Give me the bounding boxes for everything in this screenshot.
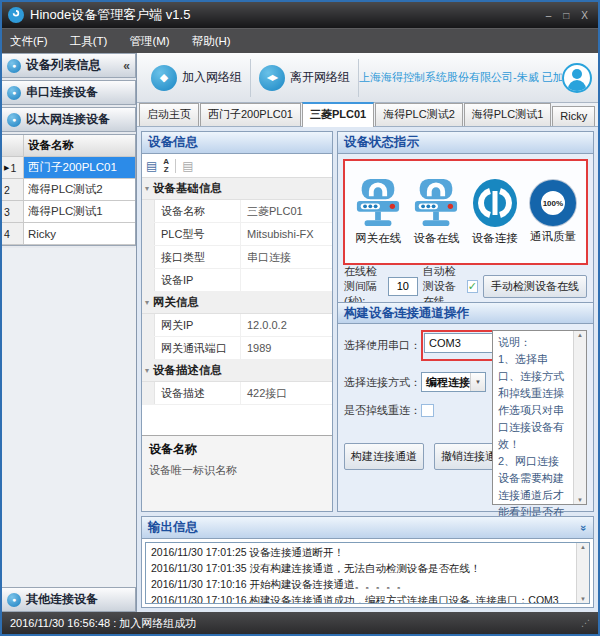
- category-collapse-icon: ▾: [145, 184, 149, 193]
- sidebar-header[interactable]: ● 设备列表信息 «: [2, 53, 136, 78]
- prop-gateway-ip[interactable]: 网关IP12.0.0.2: [142, 314, 332, 337]
- leave-network-group-button[interactable]: ◀▶ 离开网络组: [251, 59, 359, 97]
- ethernet-group-icon: ●: [7, 113, 21, 127]
- device-online-indicator: 设备在线: [407, 178, 465, 246]
- title-bar: Hinode设备管理客户端 v1.5 – □ X: [2, 2, 598, 28]
- log-line: 2016/11/30 17:10:16 开始构建设备连接通道。。。。。: [151, 576, 571, 592]
- comm-quality-donut-icon: 100%: [530, 180, 576, 226]
- prop-interface-type[interactable]: 接口类型串口连接: [142, 246, 332, 269]
- connect-mode-select[interactable]: 编程连接 ▼: [421, 372, 486, 392]
- sidebar-filler: [2, 248, 136, 587]
- prop-device-name[interactable]: 设备名称三菱PLC01: [142, 200, 332, 223]
- tab-hite-test1[interactable]: 海得PLC测试1: [464, 103, 552, 126]
- instruction-note-box: 说明： 1、选择串口、连接方式和掉线重连操作选项只对串口连接设备有效！ 2、网口…: [492, 330, 587, 505]
- connect-mode-label: 选择连接方式：: [344, 375, 421, 390]
- network-status-text: 上海海得控制系统股份有限公司-朱威 已加入网络组: [359, 70, 562, 85]
- tab-ricky[interactable]: Ricky: [552, 106, 595, 126]
- gateway-online-indicator: 网关在线: [349, 178, 407, 246]
- device-connect-icon: [471, 178, 519, 228]
- toolbar-separator: [175, 159, 176, 173]
- window-title: Hinode设备管理客户端 v1.5: [30, 6, 546, 24]
- prop-plc-model[interactable]: PLC型号Mitsubishi-FX: [142, 223, 332, 246]
- status-indicator-box: 网关在线: [343, 159, 588, 265]
- build-channel-button[interactable]: 构建连接通道: [344, 443, 424, 470]
- device-online-icon: [413, 178, 459, 228]
- status-bar: 2016/11/30 16:56:48 : 加入网络组成功 ⋰: [2, 612, 598, 634]
- serial-port-row: 选择使用串口： COM3 ▼: [344, 330, 486, 361]
- sidebar-item-ethernet-devices[interactable]: ● 以太网连接设备: [2, 107, 136, 132]
- tab-siemens-plc[interactable]: 西门子200PLC01: [200, 103, 301, 126]
- category-basic-info[interactable]: ▾ 设备基础信息: [142, 178, 332, 200]
- serial-group-icon: ●: [7, 86, 21, 100]
- resize-grip[interactable]: ⋰: [581, 618, 590, 628]
- property-grid: ▾ 设备基础信息 设备名称三菱PLC01 PLC型号Mitsubishi-FX …: [142, 178, 332, 435]
- device-row-1[interactable]: ▶1 西门子200PLC01: [2, 157, 135, 179]
- categorized-view-icon[interactable]: ▤: [146, 159, 157, 173]
- menu-manage[interactable]: 管理(M): [129, 34, 169, 49]
- category-gateway-info[interactable]: ▾ 网关信息: [142, 292, 332, 314]
- other-group-icon: ●: [7, 593, 21, 607]
- note-line-1: 1、选择串口、连接方式和掉线重连操作选项只对串口连接设备有效！: [498, 351, 568, 453]
- menu-bar: 文件(F) 工具(T) 管理(M) 帮助(H): [2, 28, 598, 53]
- status-message: 2016/11/30 16:56:48 : 加入网络组成功: [10, 616, 581, 631]
- channel-operation-body: 选择使用串口： COM3 ▼ 选择连接方式：: [338, 324, 593, 511]
- note-scrollbar[interactable]: ▲ ▼: [573, 331, 586, 504]
- log-line: 2016/11/30 17:01:25 设备连接通道断开！: [151, 544, 571, 560]
- sidebar-item-serial-devices[interactable]: ● 串口连接设备: [2, 80, 136, 105]
- auto-detect-checkbox[interactable]: ✓: [467, 280, 478, 293]
- manual-detect-button[interactable]: 手动检测设备在线: [483, 275, 587, 298]
- scroll-up-icon[interactable]: ▲: [577, 332, 583, 338]
- output-panel: 输出信息 » 2016/11/30 17:01:25 设备连接通道断开！ 201…: [141, 516, 594, 608]
- menu-file[interactable]: 文件(F): [10, 34, 48, 49]
- scroll-down-icon[interactable]: ▼: [577, 497, 583, 503]
- tab-hite-test2[interactable]: 海得PLC测试2: [375, 103, 463, 126]
- sidebar-item-other-devices[interactable]: ● 其他连接设备: [2, 587, 136, 612]
- reconnect-label: 是否掉线重连：: [344, 403, 421, 418]
- category-description-info[interactable]: ▾ 设备描述信息: [142, 360, 332, 382]
- device-row-4[interactable]: 4 Ricky: [2, 223, 135, 245]
- menu-tools[interactable]: 工具(T): [70, 34, 108, 49]
- output-collapse-icon[interactable]: »: [578, 524, 590, 530]
- alphabetical-sort-icon[interactable]: AZ: [163, 158, 169, 174]
- sidebar-collapse-icon[interactable]: «: [123, 59, 130, 73]
- reconnect-checkbox[interactable]: [421, 404, 434, 417]
- app-window: Hinode设备管理客户端 v1.5 – □ X 文件(F) 工具(T) 管理(…: [0, 0, 600, 636]
- prop-gateway-port[interactable]: 网关通讯端口1989: [142, 337, 332, 360]
- log-line: 2016/11/30 17:10:16 构建设备连接通道成功，编程方式连接串口设…: [151, 592, 571, 603]
- log-scrollbar[interactable]: ▲ ▼: [576, 543, 589, 603]
- minimize-button[interactable]: –: [546, 10, 552, 21]
- device-name-column-header: 设备名称: [24, 135, 135, 156]
- note-title: 说明：: [498, 334, 568, 351]
- device-status-header: 设备状态指示: [338, 132, 593, 154]
- current-row-marker: ▶: [4, 164, 9, 172]
- tab-mitsubishi-plc[interactable]: 三菱PLC01: [302, 102, 374, 127]
- tab-home[interactable]: 启动主页: [139, 103, 199, 126]
- device-row-2[interactable]: 2 海得PLC测试2: [2, 179, 135, 201]
- device-list-sidebar: ● 设备列表信息 « ● 串口连接设备 ● 以太网连接设备 设备名称 ▶1 西门…: [2, 53, 137, 612]
- join-network-group-button[interactable]: ◆ 加入网络组: [143, 59, 251, 97]
- interval-input[interactable]: [388, 277, 418, 296]
- menu-help[interactable]: 帮助(H): [192, 34, 231, 49]
- chevron-down-icon[interactable]: ▼: [470, 373, 485, 391]
- device-status-panel: 设备状态指示: [337, 131, 594, 512]
- log-line: 2016/11/30 17:01:35 没有构建连接通道，无法自动检测设备是否在…: [151, 560, 571, 576]
- category-collapse-icon: ▾: [145, 298, 149, 307]
- output-log-area: 2016/11/30 17:01:25 设备连接通道断开！ 2016/11/30…: [145, 542, 590, 604]
- gateway-online-icon: [355, 178, 401, 228]
- reconnect-row: 是否掉线重连：: [344, 403, 486, 418]
- join-network-icon: ◆: [151, 65, 177, 91]
- device-row-3[interactable]: 3 海得PLC测试1: [2, 201, 135, 223]
- scroll-up-icon[interactable]: ▲: [580, 544, 586, 550]
- comm-quality-indicator: 100% 通讯质量: [524, 180, 582, 244]
- device-list-icon: ●: [7, 59, 21, 73]
- close-button[interactable]: X: [581, 10, 588, 21]
- scroll-down-icon[interactable]: ▼: [580, 596, 586, 602]
- online-detect-row: 在线检测间隔(秒): 自动检测设备在线 ✓ 手动检测设备在线: [338, 270, 593, 302]
- device-tabstrip: 启动主页 西门子200PLC01 三菱PLC01 海得PLC测试2 海得PLC测…: [137, 103, 598, 127]
- prop-device-ip[interactable]: 设备IP: [142, 269, 332, 292]
- output-header: 输出信息: [148, 519, 198, 536]
- prop-device-description[interactable]: 设备描述422接口: [142, 382, 332, 405]
- maximize-button[interactable]: □: [563, 10, 569, 21]
- serial-port-label: 选择使用串口：: [344, 338, 421, 353]
- connect-mode-row: 选择连接方式： 编程连接 ▼: [344, 372, 486, 392]
